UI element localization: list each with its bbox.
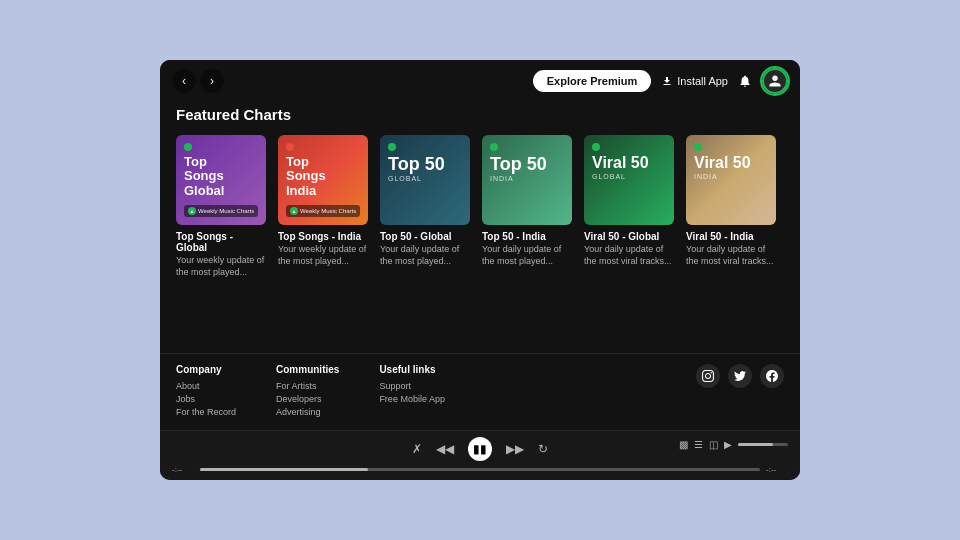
instagram-icon[interactable] — [696, 364, 720, 388]
chart-card-top-50-india[interactable]: Top 50 INDIA Top 50 - India Your daily u… — [482, 135, 572, 278]
chart-card-desc: Your daily update of the most viral trac… — [584, 244, 674, 267]
chart-big-label: Viral 50 — [694, 155, 751, 171]
footer-col-company: CompanyAboutJobsFor the Record — [176, 364, 236, 420]
chart-card-title: Viral 50 - India — [686, 231, 776, 242]
repeat-button[interactable]: ↻ — [538, 442, 548, 456]
chart-sub-label: GLOBAL — [388, 175, 422, 182]
section-title: Featured Charts — [176, 106, 784, 123]
volume-icon[interactable]: ▶ — [724, 439, 732, 450]
volume-fill — [738, 443, 773, 446]
charts-grid: TopSongsGlobal ▲ Weekly Music Charts Top… — [176, 135, 784, 278]
footer-link[interactable]: For Artists — [276, 381, 339, 391]
twitter-icon[interactable] — [728, 364, 752, 388]
footer-link[interactable]: Support — [379, 381, 445, 391]
chart-thumbnail: Top 50 GLOBAL — [380, 135, 470, 225]
chart-dot — [490, 143, 498, 151]
badge-arrow: ▲ — [290, 207, 298, 215]
chart-card-title: Top Songs - Global — [176, 231, 266, 253]
player-bar: ✗ ◀◀ ▮▮ ▶▶ ↻ -:-- -:-- ▩ ☰ ◫ ▶ — [160, 430, 800, 480]
install-app-button[interactable]: Install App — [661, 75, 728, 87]
chart-big-label: Top 50 — [388, 155, 445, 173]
chart-dot — [184, 143, 192, 151]
chart-dot — [388, 143, 396, 151]
chart-card-title: Top 50 - Global — [380, 231, 470, 242]
chart-card-title: Top Songs - India — [278, 231, 368, 242]
chart-thumb-badge: ▲ Weekly Music Charts — [286, 205, 360, 217]
footer-link[interactable]: Free Mobile App — [379, 394, 445, 404]
chart-thumbnail: TopSongsIndia ▲ Weekly Music Charts — [278, 135, 368, 225]
chart-thumb-badge: ▲ Weekly Music Charts — [184, 205, 258, 217]
top-bar-right: Explore Premium Install App — [533, 68, 788, 94]
forward-button[interactable]: › — [200, 69, 224, 93]
back-button[interactable]: ‹ — [172, 69, 196, 93]
mini-player-icon[interactable]: ▩ — [679, 439, 688, 450]
footer-col-title: Communities — [276, 364, 339, 375]
main-content: Featured Charts TopSongsGlobal ▲ Weekly … — [160, 102, 800, 353]
pause-button[interactable]: ▮▮ — [468, 437, 492, 461]
chart-card-desc: Your weekly update of the most played... — [176, 255, 266, 278]
download-icon — [661, 75, 673, 87]
chart-card-desc: Your daily update of the most viral trac… — [686, 244, 776, 267]
explore-premium-button[interactable]: Explore Premium — [533, 70, 651, 92]
chart-card-title: Top 50 - India — [482, 231, 572, 242]
chart-thumbnail: Top 50 INDIA — [482, 135, 572, 225]
chart-sub-label: GLOBAL — [592, 173, 626, 180]
footer-links: CompanyAboutJobsFor the RecordCommunitie… — [160, 353, 800, 430]
chart-thumbnail: TopSongsGlobal ▲ Weekly Music Charts — [176, 135, 266, 225]
chart-card-title: Viral 50 - Global — [584, 231, 674, 242]
chart-thumbnail: Viral 50 INDIA — [686, 135, 776, 225]
badge-arrow: ▲ — [188, 207, 196, 215]
prev-button[interactable]: ◀◀ — [436, 442, 454, 456]
chart-dot — [592, 143, 600, 151]
chart-card-desc: Your weekly update of the most played... — [278, 244, 368, 267]
footer-col-communities: CommunitiesFor ArtistsDevelopersAdvertis… — [276, 364, 339, 420]
footer-link[interactable]: Jobs — [176, 394, 236, 404]
app-window: ‹ › Explore Premium Install App Featured… — [160, 60, 800, 480]
chart-card-top-songs-india[interactable]: TopSongsIndia ▲ Weekly Music Charts Top … — [278, 135, 368, 278]
user-avatar[interactable] — [762, 68, 788, 94]
footer-col-title: Useful links — [379, 364, 445, 375]
chart-sub-label: INDIA — [490, 175, 514, 182]
footer-link[interactable]: About — [176, 381, 236, 391]
player-extra-controls: ▩ ☰ ◫ ▶ — [679, 439, 788, 450]
chart-card-desc: Your daily update of the most played... — [380, 244, 470, 267]
chart-sub-label: INDIA — [694, 173, 718, 180]
next-button[interactable]: ▶▶ — [506, 442, 524, 456]
chart-big-label: Viral 50 — [592, 155, 649, 171]
chart-card-top-songs-global[interactable]: TopSongsGlobal ▲ Weekly Music Charts Top… — [176, 135, 266, 278]
footer-link[interactable]: Advertising — [276, 407, 339, 417]
chart-thumbnail: Viral 50 GLOBAL — [584, 135, 674, 225]
chart-dot — [694, 143, 702, 151]
progress-fill — [200, 468, 368, 471]
shuffle-button[interactable]: ✗ — [412, 442, 422, 456]
devices-icon[interactable]: ◫ — [709, 439, 718, 450]
chart-card-viral-50-india[interactable]: Viral 50 INDIA Viral 50 - India Your dai… — [686, 135, 776, 278]
chart-card-desc: Your daily update of the most played... — [482, 244, 572, 267]
total-time: -:-- — [766, 465, 788, 474]
notifications-button[interactable] — [738, 74, 752, 88]
facebook-icon[interactable] — [760, 364, 784, 388]
top-bar: ‹ › Explore Premium Install App — [160, 60, 800, 102]
chart-card-viral-50-global[interactable]: Viral 50 GLOBAL Viral 50 - Global Your d… — [584, 135, 674, 278]
chart-big-label: Top 50 — [490, 155, 547, 173]
chart-thumb-title: TopSongsIndia — [286, 155, 326, 198]
footer-col-title: Company — [176, 364, 236, 375]
social-icons — [696, 364, 784, 420]
progress-bar[interactable] — [200, 468, 760, 471]
current-time: -:-- — [172, 465, 194, 474]
queue-icon[interactable]: ☰ — [694, 439, 703, 450]
chart-card-top-50-global[interactable]: Top 50 GLOBAL Top 50 - Global Your daily… — [380, 135, 470, 278]
footer-link[interactable]: For the Record — [176, 407, 236, 417]
chart-thumb-title: TopSongsGlobal — [184, 155, 224, 198]
footer-col-useful-links: Useful linksSupportFree Mobile App — [379, 364, 445, 420]
progress-row: -:-- -:-- — [172, 465, 788, 474]
chart-dot — [286, 143, 294, 151]
footer-link[interactable]: Developers — [276, 394, 339, 404]
volume-bar[interactable] — [738, 443, 788, 446]
